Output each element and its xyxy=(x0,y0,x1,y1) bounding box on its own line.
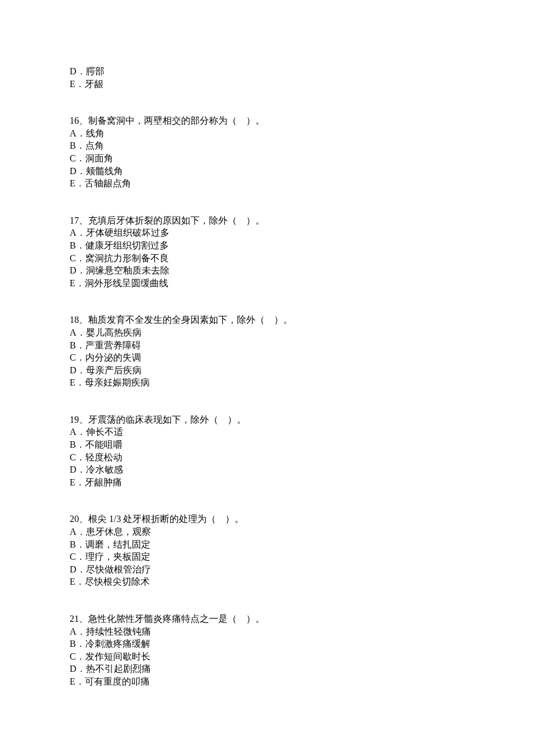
option-text: 牙龈肿痛 xyxy=(85,477,122,487)
option-label: D． xyxy=(70,365,86,375)
option-line: B．健康牙组织切割过多 xyxy=(70,239,534,252)
option-label: D． xyxy=(70,66,86,76)
option-line: D．热不引起剧烈痛 xyxy=(70,663,534,675)
option-line: D．尽快做根管治疗 xyxy=(70,563,534,576)
question-number: 20、 xyxy=(70,514,88,524)
option-label: A． xyxy=(70,327,86,337)
option-line: E．牙龈肿痛 xyxy=(70,476,534,489)
option-label: E． xyxy=(70,477,85,487)
option-text: 窝洞抗力形制备不良 xyxy=(85,253,169,263)
question-text: 制备窝洞中，两壁相交的部分称为（ ）。 xyxy=(88,116,265,125)
option-text: 不能咀嚼 xyxy=(85,440,122,449)
option-label: B． xyxy=(70,141,85,150)
question-stem: 20、根尖 1/3 处牙根折断的处理为（ ）。 xyxy=(70,513,534,525)
option-line: D．洞缘悬空釉质未去除 xyxy=(70,264,534,277)
option-label: E． xyxy=(70,377,85,387)
option-line: A．线角 xyxy=(70,127,534,140)
option-text: 牙龈 xyxy=(85,79,103,89)
question-text: 充填后牙体折裂的原因如下，除外（ ）。 xyxy=(88,215,265,225)
option-line: B．不能咀嚼 xyxy=(70,438,534,451)
option-text: 洞面角 xyxy=(85,153,113,163)
option-line: A．患牙休息，观察 xyxy=(70,525,534,538)
option-label: E． xyxy=(70,79,85,89)
option-label: A． xyxy=(70,527,86,537)
option-text: 冷水敏感 xyxy=(86,465,123,474)
option-label: E． xyxy=(70,577,85,586)
option-text: 洞缘悬空釉质未去除 xyxy=(86,265,169,275)
option-label: C． xyxy=(70,552,85,561)
option-text: 发作短间歇时长 xyxy=(85,651,150,661)
option-text: 轻度松动 xyxy=(85,452,122,462)
question-block-18: 18、釉质发育不全发生的全身因素如下，除外（ ）。 A．婴儿高热疾病 B．严重营… xyxy=(70,314,534,389)
option-label: A． xyxy=(70,627,86,636)
option-text: 内分泌的失调 xyxy=(85,352,141,362)
option-line: D．颊髓线角 xyxy=(70,165,534,178)
option-label: C． xyxy=(70,352,85,362)
question-block-17: 17、充填后牙体折裂的原因如下，除外（ ）。 A．牙体硬组织破坏过多 B．健康牙… xyxy=(70,214,534,290)
option-line: D．冷水敏感 xyxy=(70,463,534,476)
question-number: 18、 xyxy=(70,315,88,325)
question-number: 21、 xyxy=(70,614,88,624)
option-text: 点角 xyxy=(85,141,104,150)
option-text: 母亲妊娠期疾病 xyxy=(85,377,150,387)
option-line: C．洞面角 xyxy=(70,152,534,165)
option-label: D． xyxy=(70,166,86,176)
option-line: A．婴儿高热疾病 xyxy=(70,326,534,339)
option-label: C． xyxy=(70,651,85,661)
option-line: C．轻度松动 xyxy=(70,451,534,464)
option-text: 线角 xyxy=(86,128,104,138)
option-label: B． xyxy=(70,240,85,250)
option-label: C． xyxy=(70,253,85,263)
question-text: 牙震荡的临床表现如下，除外（ ）。 xyxy=(88,415,246,424)
option-line: C．内分泌的失调 xyxy=(70,351,534,364)
option-label: B． xyxy=(70,340,85,350)
option-line: E．洞外形线呈圆缓曲线 xyxy=(70,277,534,290)
option-label: A． xyxy=(70,228,86,237)
option-label: E． xyxy=(70,676,85,686)
question-text: 釉质发育不全发生的全身因素如下，除外（ ）。 xyxy=(88,315,293,325)
option-line: B．点角 xyxy=(70,139,534,152)
option-label: E． xyxy=(70,178,85,188)
question-number: 16、 xyxy=(70,116,88,125)
option-label: A． xyxy=(70,128,86,138)
question-stem: 18、釉质发育不全发生的全身因素如下，除外（ ）。 xyxy=(70,314,534,326)
option-line: B．严重营养障碍 xyxy=(70,339,534,352)
option-line: E．牙龈 xyxy=(70,78,534,91)
option-line: A．牙体硬组织破坏过多 xyxy=(70,226,534,239)
option-text: 患牙休息，观察 xyxy=(86,527,151,537)
option-text: 尽快做根管治疗 xyxy=(86,564,151,574)
option-text: 可有重度的叩痛 xyxy=(85,676,150,686)
option-label: B． xyxy=(70,639,85,649)
option-text: 理疗，夹板固定 xyxy=(85,552,150,561)
option-label: C． xyxy=(70,153,85,163)
option-label: B． xyxy=(70,539,85,549)
option-text: 严重营养障碍 xyxy=(85,340,141,350)
option-text: 洞外形线呈圆缓曲线 xyxy=(85,278,168,288)
option-line: A．持续性轻微钝痛 xyxy=(70,625,534,638)
option-label: B． xyxy=(70,440,85,449)
question-text: 根尖 1/3 处牙根折断的处理为（ ）。 xyxy=(88,514,244,524)
option-line: C．发作短间歇时长 xyxy=(70,650,534,663)
question-number: 19、 xyxy=(70,415,88,424)
option-label: D． xyxy=(70,465,86,474)
option-line: C．理疗，夹板固定 xyxy=(70,550,534,563)
option-label: C． xyxy=(70,452,85,462)
option-text: 持续性轻微钝痛 xyxy=(86,627,151,636)
orphan-options-block: D．腭部 E．牙龈 xyxy=(70,65,534,90)
question-block-16: 16、制备窝洞中，两壁相交的部分称为（ ）。 A．线角 B．点角 C．洞面角 D… xyxy=(70,114,534,190)
option-text: 尽快根尖切除术 xyxy=(85,577,150,586)
option-text: 伸长不适 xyxy=(86,427,123,437)
question-stem: 19、牙震荡的临床表现如下，除外（ ）。 xyxy=(70,413,534,426)
option-line: C．窝洞抗力形制备不良 xyxy=(70,252,534,265)
option-line: A．伸长不适 xyxy=(70,426,534,438)
option-label: E． xyxy=(70,278,85,288)
option-label: A． xyxy=(70,427,86,437)
option-line: B．调磨，结扎固定 xyxy=(70,538,534,551)
option-text: 调磨，结扎固定 xyxy=(85,539,150,549)
question-block-21: 21、急性化脓性牙髓炎疼痛特点之一是（ ）。 A．持续性轻微钝痛 B．冷刺激疼痛… xyxy=(70,613,534,688)
option-text: 牙体硬组织破坏过多 xyxy=(86,228,169,237)
option-text: 热不引起剧烈痛 xyxy=(86,664,151,674)
option-text: 婴儿高热疾病 xyxy=(86,327,142,337)
option-line: D．腭部 xyxy=(70,65,534,78)
option-text: 颊髓线角 xyxy=(86,166,123,176)
